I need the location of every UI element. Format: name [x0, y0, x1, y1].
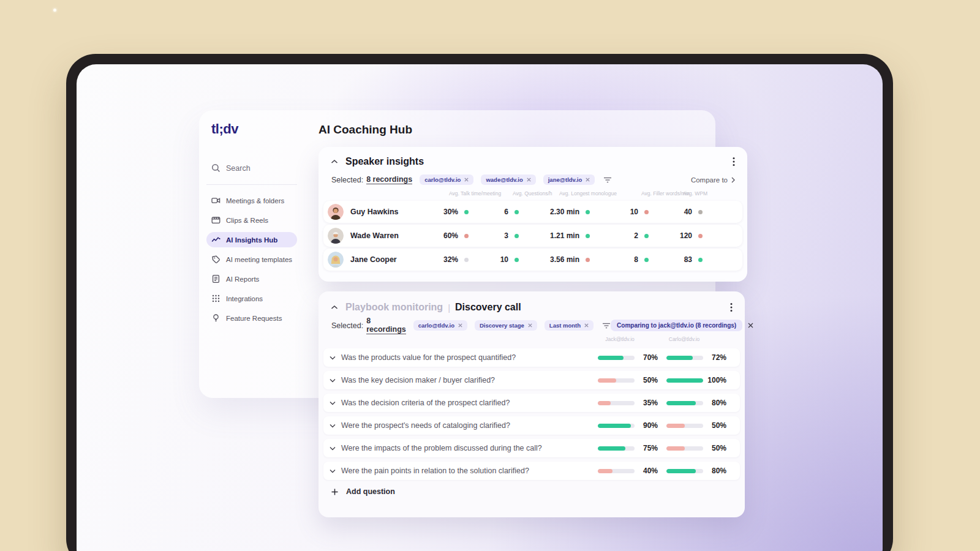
wpm-value: 40: [654, 208, 692, 216]
speaker-name: Wade Warren: [350, 231, 399, 240]
sidebar-item-label: Integrations: [226, 295, 263, 302]
table-row[interactable]: Guy Hawkins 30% 6 2.30 min 10 40: [323, 201, 742, 223]
close-icon[interactable]: [528, 323, 532, 328]
progress-bar: [598, 446, 635, 451]
close-icon[interactable]: [748, 323, 753, 328]
kebab-menu-icon[interactable]: [733, 157, 735, 167]
close-icon[interactable]: [464, 178, 469, 182]
percent-value: 70%: [638, 353, 658, 362]
questions-value: 3: [474, 231, 508, 240]
sidebar-item-ai-reports[interactable]: AI Reports: [206, 271, 297, 287]
percent-value: 100%: [707, 376, 726, 384]
sidebar-item-meetings-folders[interactable]: Meetings & folders: [206, 193, 297, 208]
add-question-button[interactable]: Add question: [331, 487, 745, 496]
sidebar-item-ai-insights-hub[interactable]: AI Insights Hub: [206, 232, 297, 247]
question-row[interactable]: Was the products value for the prospect …: [323, 348, 740, 367]
sidebar-item-clips-reels[interactable]: Clips & Reels: [206, 212, 297, 228]
filter-chip[interactable]: carlo@tldv.io: [420, 174, 473, 185]
wpm-value: 83: [654, 255, 692, 264]
speaker-table: Guy Hawkins 30% 6 2.30 min 10 40: [323, 201, 742, 271]
column-header: Avg. Questions/h: [513, 190, 552, 197]
compare-to-button[interactable]: Compare to: [691, 176, 735, 184]
status-dot: [514, 234, 519, 238]
filter-chip[interactable]: wade@tldv.io: [481, 174, 535, 185]
table-row[interactable]: Jane Cooper 32% 10 3.56 min 8 83: [323, 249, 742, 271]
comparison-column-labels: Jack@tldv.io Carlo@tldv.io: [323, 336, 738, 343]
chevron-down-icon[interactable]: [330, 356, 336, 360]
sidebar-item-feature-requests[interactable]: Feature Requests: [206, 310, 297, 326]
filter-funnel-icon[interactable]: [603, 177, 612, 183]
app-logo: tl;dv: [211, 121, 238, 137]
playbook-questions: Was the products value for the prospect …: [323, 348, 740, 480]
progress-bar: [666, 469, 703, 473]
questions-value: 6: [474, 208, 508, 216]
question-row[interactable]: Was the key decision maker / buyer clari…: [323, 371, 740, 389]
comparing-to-badge[interactable]: Comparing to jack@tldv.io (8 recordings): [611, 320, 742, 331]
column-header: Avg. Filler words/min: [641, 190, 690, 197]
filter-funnel-icon[interactable]: [602, 323, 611, 329]
chevron-down-icon[interactable]: [330, 424, 336, 428]
title-separator: |: [448, 302, 450, 313]
question-row[interactable]: Were the impacts of the problem discusse…: [323, 439, 740, 457]
close-icon[interactable]: [527, 178, 531, 182]
status-dot: [698, 234, 703, 238]
table-row[interactable]: Wade Warren 60% 3 1.21 min 2 120: [323, 225, 742, 247]
filter-chip[interactable]: jane@tldv.io: [543, 174, 595, 185]
sidebar-item-integrations[interactable]: Integrations: [206, 291, 297, 306]
sidebar-item-ai-meeting-templates[interactable]: AI meeting templates: [206, 252, 297, 267]
progress-bar: [666, 446, 703, 451]
chevron-down-icon[interactable]: [330, 401, 336, 405]
template-tag-icon: [211, 255, 221, 264]
chip-label: carlo@tldv.io: [424, 176, 461, 183]
filter-chip[interactable]: Discovery stage: [475, 320, 537, 331]
chip-label: carlo@tldv.io: [418, 322, 454, 329]
chevron-up-icon[interactable]: [331, 159, 338, 164]
filter-chip[interactable]: carlo@tldv.io: [413, 320, 467, 331]
question-row[interactable]: Were the prospect's needs of cataloging …: [323, 416, 740, 435]
status-dot: [464, 234, 469, 238]
status-dot: [586, 210, 590, 214]
column-header: Jack@tldv.io: [605, 336, 635, 342]
filler-words-value: 8: [595, 255, 638, 264]
progress-bar: [598, 469, 635, 473]
chevron-up-icon[interactable]: [331, 305, 338, 310]
kebab-menu-icon[interactable]: [730, 302, 733, 312]
percent-value: 75%: [638, 444, 658, 452]
search-input[interactable]: Search: [211, 163, 251, 173]
speaker-name: Jane Cooper: [350, 255, 397, 264]
question-text: Were the impacts of the problem discusse…: [341, 444, 542, 452]
sidebar-item-label: AI Insights Hub: [226, 236, 277, 244]
avatar: [328, 252, 344, 268]
close-icon[interactable]: [586, 178, 590, 182]
selected-count-link[interactable]: 8 recordings: [366, 317, 406, 334]
question-text: Was the products value for the prospect …: [341, 353, 516, 362]
selected-count-link[interactable]: 8 recordings: [366, 175, 412, 184]
status-dot: [514, 210, 519, 214]
percent-value: 50%: [707, 444, 726, 452]
progress-bar: [598, 424, 635, 428]
percent-value: 35%: [638, 399, 658, 407]
chevron-right-icon: [731, 177, 735, 183]
report-document-icon: [211, 274, 221, 283]
close-icon[interactable]: [584, 323, 589, 328]
search-icon: [211, 163, 221, 173]
question-row[interactable]: Was the decision criteria of the prospec…: [323, 394, 740, 412]
clapperboard-icon: [211, 216, 221, 225]
progress-bar: [598, 356, 635, 360]
status-dot: [698, 210, 703, 214]
filter-chip[interactable]: Last month: [545, 320, 594, 331]
close-icon[interactable]: [458, 323, 462, 328]
avatar: [328, 228, 344, 244]
chevron-down-icon[interactable]: [330, 469, 336, 473]
status-dot: [644, 234, 649, 238]
question-text: Was the decision criteria of the prospec…: [341, 399, 510, 407]
sidebar-item-label: Meetings & folders: [226, 197, 284, 204]
question-text: Were the prospect's needs of cataloging …: [341, 421, 510, 430]
chevron-down-icon[interactable]: [330, 378, 336, 383]
chip-label: wade@tldv.io: [486, 176, 522, 183]
status-dot: [464, 210, 469, 214]
chevron-down-icon[interactable]: [330, 446, 336, 451]
status-dot: [586, 258, 590, 262]
question-row[interactable]: Were the pain points in relation to the …: [323, 462, 740, 480]
talk-time-value: 30%: [434, 208, 458, 216]
